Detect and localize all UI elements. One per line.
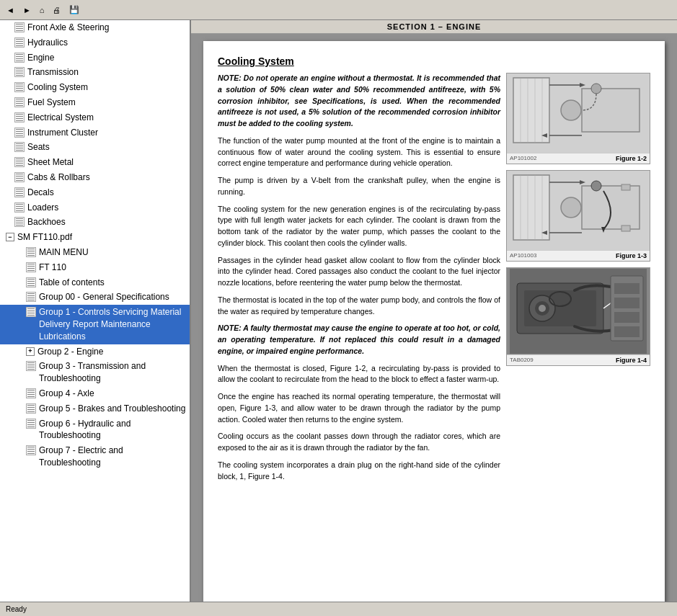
sidebar-item-label: Group 5 - Brakes and Troubleshooting (39, 403, 187, 415)
print-button[interactable]: 🖨 (49, 4, 64, 17)
back-button[interactable]: ◄ (3, 4, 18, 17)
sidebar-item-group-3-transmission[interactable]: Group 3 - Transmission and Troubleshooti… (0, 359, 190, 386)
document-area[interactable]: Cooling System NOTE: Do not operate an e… (191, 34, 677, 602)
doc-title: Cooling System (218, 55, 650, 67)
sidebar-item-cabs-rollbars[interactable]: Cabs & Rollbars (0, 170, 190, 185)
sidebar-item-group-5-brakes[interactable]: Group 5 - Brakes and Troubleshooting (0, 401, 190, 416)
sidebar-item-label: Group 00 - General Specifications (39, 291, 187, 303)
doc-paragraph-5: The thermostat is located in the top of … (218, 295, 500, 318)
svg-point-11 (591, 84, 601, 94)
sidebar-item-cooling-system[interactable]: Cooling System (0, 80, 190, 95)
sidebar-item-loaders[interactable]: Loaders (0, 200, 190, 215)
page-icon (14, 217, 25, 227)
sidebar-item-label: Transmission (27, 66, 187, 79)
sidebar-item-main-menu[interactable]: MAIN MENU (0, 245, 190, 260)
doc-paragraph-6: NOTE: A faulty thermostat may cause the … (218, 323, 500, 357)
sidebar-item-label: Fuel System (27, 97, 187, 109)
page-icon (14, 53, 25, 63)
page-icon (14, 157, 25, 167)
page-icon (14, 142, 25, 152)
sidebar-item-label: Group 4 - Axle (39, 388, 187, 400)
forward-button[interactable]: ► (19, 4, 35, 17)
sidebar-item-sm-ft110[interactable]: −SM FT110.pdf (0, 230, 190, 245)
figure-1-3-image (507, 171, 650, 250)
figure-1-4-image: 1 (507, 268, 650, 354)
sidebar-item-label: SM FT110.pdf (17, 231, 187, 244)
status-text: Ready (6, 605, 27, 613)
figure-1-4-caption: TAB0209 Figure 1-4 (507, 354, 650, 365)
sidebar-item-transmission[interactable]: Transmission (0, 65, 190, 80)
page-icon (26, 445, 36, 455)
sidebar-item-group-7-electric[interactable]: Group 7 - Electric and Troubleshooting (0, 443, 190, 470)
figure-1-4: 1 (506, 267, 650, 366)
doc-paragraph-0: NOTE: Do not operate an engine without a… (218, 73, 500, 130)
page-icon (26, 419, 36, 429)
sidebar-item-label: Group 1 - Controls Servicing Material De… (39, 306, 187, 342)
sidebar-item-group-2-engine[interactable]: +Group 2 - Engine (0, 344, 190, 360)
sidebar-item-backhoes[interactable]: Backhoes (0, 215, 190, 230)
svg-rect-39 (614, 298, 640, 308)
doc-text-column: NOTE: Do not operate an engine without a… (218, 73, 500, 488)
sidebar-item-decals[interactable]: Decals (0, 185, 190, 200)
svg-rect-41 (614, 326, 640, 337)
figure-1-2-image (507, 73, 650, 153)
svg-point-32 (539, 305, 546, 312)
sidebar-item-group-1[interactable]: Group 1 - Controls Servicing Material De… (0, 305, 190, 344)
home-button[interactable]: ⌂ (36, 4, 48, 17)
sidebar-item-group-4-axle[interactable]: Group 4 - Axle (0, 386, 190, 401)
sidebar-item-engine[interactable]: Engine (0, 50, 190, 66)
figure-1-2: AP101002 Figure 1-2 (506, 73, 650, 164)
section-header: SECTION 1 – ENGINE (191, 20, 677, 34)
page-icon (14, 97, 25, 107)
sidebar-item-label: Group 6 - Hydraulic and Troubleshooting (39, 418, 187, 442)
sidebar-item-label: Sheet Metal (27, 156, 187, 169)
figure-1-2-name: Figure 1-2 (616, 155, 647, 162)
folder-icon: + (26, 347, 35, 356)
svg-rect-0 (513, 78, 549, 143)
save-button[interactable]: 💾 (66, 3, 83, 17)
page-icon (14, 22, 25, 32)
figure-1-2-caption: AP101002 Figure 1-2 (507, 153, 650, 164)
doc-body: NOTE: Do not operate an engine without a… (218, 73, 650, 488)
sidebar-item-table-of-contents[interactable]: Table of contents (0, 275, 190, 290)
sidebar-item-ft110[interactable]: FT 110 (0, 260, 190, 275)
content-pane: SECTION 1 – ENGINE Cooling System NOTE: … (191, 20, 677, 602)
doc-paragraph-8: Once the engine has reached its normal o… (218, 391, 500, 425)
sidebar-item-hydraulics[interactable]: Hydraulics (0, 35, 190, 50)
sidebar-item-label: Cooling System (27, 81, 187, 94)
sidebar-item-label: FT 110 (39, 262, 187, 274)
figure-1-2-id: AP101002 (510, 155, 536, 162)
sidebar-item-label: Engine (27, 52, 187, 64)
sidebar-item-seats[interactable]: Seats (0, 140, 190, 155)
svg-point-23 (591, 181, 601, 191)
sidebar-item-sheet-metal[interactable]: Sheet Metal (0, 155, 190, 170)
page-icon (26, 307, 36, 317)
doc-paragraph-10: The cooling system incorporates a drain … (218, 460, 500, 483)
figure-1-4-id: TAB0209 (510, 357, 534, 364)
sidebar-item-fuel-system[interactable]: Fuel System (0, 95, 190, 110)
sidebar-item-front-axle[interactable]: Front Axle & Steering (0, 20, 190, 35)
figure-1-3-name: Figure 1-3 (616, 252, 647, 259)
sidebar-item-label: Group 3 - Transmission and Troubleshooti… (39, 360, 187, 385)
status-bar: Ready (0, 602, 677, 616)
sidebar-item-label: Cabs & Rollbars (27, 171, 187, 184)
sidebar-item-group-00[interactable]: Group 00 - General Specifications (0, 290, 190, 305)
sidebar-item-label: Front Axle & Steering (27, 22, 187, 34)
sidebar-item-group-6-hydraulic[interactable]: Group 6 - Hydraulic and Troubleshooting (0, 416, 190, 444)
sidebar-item-instrument-cluster[interactable]: Instrument Cluster (0, 125, 190, 140)
svg-rect-26 (621, 226, 630, 231)
page-icon (26, 262, 36, 272)
doc-paragraph-1: The function of the water pump mounted a… (218, 135, 500, 169)
sidebar-item-label: Seats (27, 141, 187, 153)
figure-1-3: AP101003 Figure 1-3 (506, 170, 650, 262)
page-icon (14, 67, 25, 77)
sidebar-item-label: Group 2 - Engine (37, 346, 187, 358)
figure-1-4-name: Figure 1-4 (616, 357, 647, 364)
sidebar[interactable]: Front Axle & SteeringHydraulicsEngineTra… (0, 20, 191, 602)
sidebar-item-label: Table of contents (39, 277, 187, 289)
svg-rect-40 (614, 312, 640, 323)
sidebar-item-electrical-system[interactable]: Electrical System (0, 110, 190, 125)
page-icon (26, 403, 36, 414)
doc-figures-column: AP101002 Figure 1-2 (506, 73, 650, 488)
sidebar-item-label: Group 7 - Electric and Troubleshooting (39, 445, 187, 469)
